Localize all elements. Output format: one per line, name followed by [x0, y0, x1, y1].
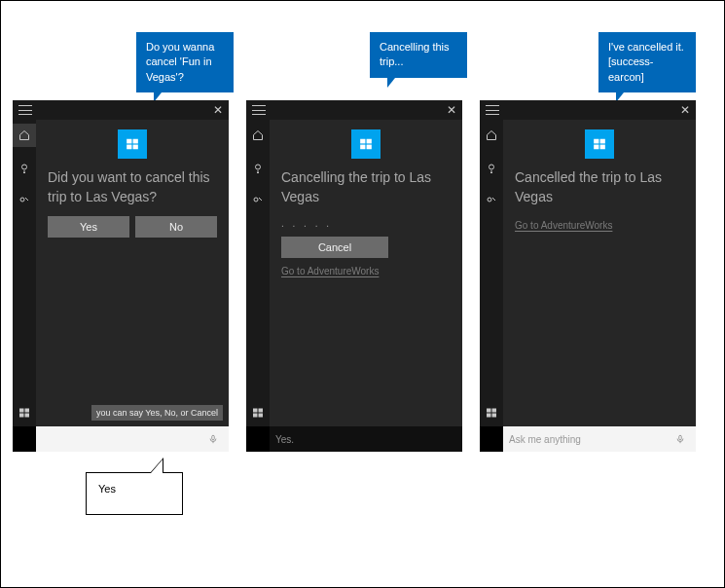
svg-rect-27 — [594, 139, 598, 144]
bubble-text: I've cancelled it. [success-earcon] — [608, 41, 684, 83]
search-box[interactable]: Ask me anything — [503, 426, 696, 452]
sidebar — [13, 120, 36, 426]
svg-rect-15 — [253, 414, 258, 418]
windows-logo-icon — [486, 407, 497, 419]
windows-logo-icon — [18, 407, 30, 419]
svg-rect-6 — [127, 139, 131, 144]
sidebar — [246, 120, 270, 426]
headline-text: Cancelling the trip to Las Vegas — [270, 166, 462, 216]
content-area: Cancelling the trip to Las Vegas . . . .… — [270, 120, 462, 426]
home-icon — [18, 129, 30, 141]
start-button[interactable] — [13, 401, 36, 424]
go-to-app-link[interactable]: Go to AdventureWorks — [503, 216, 696, 231]
sidebar-home-button[interactable] — [480, 124, 503, 147]
svg-rect-31 — [679, 435, 682, 440]
assistant-speech-bubble-3: I've cancelled it. [success-earcon] — [598, 32, 696, 92]
svg-rect-17 — [360, 139, 365, 144]
mic-icon[interactable] — [203, 432, 223, 446]
svg-rect-25 — [487, 414, 491, 418]
svg-rect-20 — [367, 145, 372, 150]
app-tile-wrap — [36, 120, 229, 166]
sidebar-feedback-button[interactable] — [480, 190, 503, 213]
go-to-app-link[interactable]: Go to AdventureWorks — [270, 258, 462, 276]
start-button[interactable] — [480, 401, 503, 424]
windows-logo-icon — [126, 137, 139, 151]
yes-button[interactable]: Yes — [48, 216, 129, 238]
svg-rect-26 — [492, 414, 497, 418]
mic-icon[interactable] — [671, 432, 690, 446]
svg-rect-23 — [487, 409, 491, 413]
bubble-text: Cancelling this trip... — [380, 41, 450, 67]
search-box[interactable] — [36, 426, 229, 452]
close-icon[interactable]: ✕ — [213, 104, 223, 116]
svg-rect-16 — [259, 414, 264, 418]
svg-point-1 — [20, 198, 24, 202]
search-placeholder: Ask me anything — [509, 434, 671, 445]
headline-text: Cancelled the trip to Las Vegas — [503, 166, 696, 216]
bubble-text: Do you wanna cancel 'Fun in Vegas'? — [146, 41, 214, 83]
headline-text: Did you want to cancel this trip to Las … — [36, 166, 229, 216]
user-speech-bubble: Yes — [86, 472, 183, 515]
cancel-button[interactable]: Cancel — [281, 237, 388, 258]
svg-point-0 — [22, 165, 27, 169]
titlebar: ✕ — [480, 100, 696, 120]
svg-rect-7 — [133, 139, 138, 144]
sidebar-lightbulb-button[interactable] — [480, 157, 503, 180]
feedback-icon — [252, 196, 264, 207]
svg-rect-9 — [133, 145, 138, 150]
close-icon[interactable]: ✕ — [447, 104, 456, 116]
svg-point-12 — [254, 198, 258, 202]
search-box[interactable]: Yes. — [270, 426, 462, 452]
confirm-button-row: Yes No — [36, 216, 229, 238]
search-row: Yes. — [246, 426, 462, 452]
cortana-window-3: ✕ — [480, 100, 696, 452]
feedback-icon — [18, 196, 30, 207]
start-button[interactable] — [246, 401, 270, 424]
home-icon — [252, 129, 264, 141]
sidebar-feedback-button[interactable] — [246, 190, 270, 213]
app-tile[interactable] — [351, 129, 381, 159]
sidebar-feedback-button[interactable] — [13, 190, 36, 213]
voice-hint-toast: you can say Yes, No, or Cancel — [91, 405, 223, 421]
sidebar — [480, 120, 503, 426]
svg-rect-14 — [259, 409, 264, 413]
windows-logo-icon — [252, 407, 264, 419]
sidebar-lightbulb-button[interactable] — [13, 157, 36, 180]
svg-rect-2 — [19, 409, 24, 413]
hamburger-icon[interactable] — [252, 105, 266, 115]
svg-rect-19 — [360, 145, 365, 150]
svg-point-21 — [489, 165, 494, 169]
lightbulb-icon — [18, 163, 30, 174]
search-text: Yes. — [275, 434, 456, 445]
search-row — [13, 426, 229, 452]
svg-rect-4 — [19, 414, 24, 418]
sidebar-home-button[interactable] — [13, 124, 36, 147]
cancel-button-row: Cancel — [270, 237, 462, 258]
cortana-window-2: ✕ — [246, 100, 462, 452]
app-tile-wrap — [503, 120, 696, 166]
svg-rect-30 — [600, 145, 605, 150]
svg-point-22 — [488, 198, 491, 202]
sidebar-home-button[interactable] — [246, 124, 270, 147]
svg-rect-8 — [127, 145, 131, 150]
svg-rect-24 — [492, 409, 497, 413]
svg-rect-10 — [212, 435, 215, 440]
titlebar: ✕ — [13, 100, 229, 120]
no-button[interactable]: No — [135, 216, 217, 238]
app-tile[interactable] — [118, 129, 147, 159]
hamburger-icon[interactable] — [18, 105, 32, 115]
svg-rect-5 — [25, 414, 30, 418]
feedback-icon — [486, 196, 497, 207]
app-tile[interactable] — [585, 129, 614, 159]
search-row: Ask me anything — [480, 426, 696, 452]
home-icon — [486, 129, 497, 141]
content-area: Cancelled the trip to Las Vegas Go to Ad… — [503, 120, 696, 426]
close-icon[interactable]: ✕ — [680, 104, 690, 116]
hamburger-icon[interactable] — [486, 105, 499, 115]
windows-logo-icon — [359, 137, 373, 151]
sidebar-lightbulb-button[interactable] — [246, 157, 270, 180]
bubble-text: Yes — [98, 483, 116, 495]
lightbulb-icon — [486, 163, 497, 174]
assistant-speech-bubble-2: Cancelling this trip... — [370, 32, 467, 78]
svg-rect-3 — [25, 409, 30, 413]
